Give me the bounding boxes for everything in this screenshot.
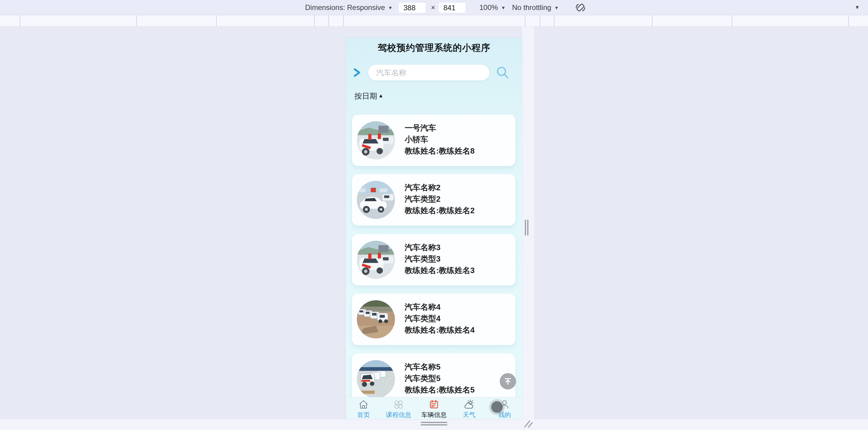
media-query-divider [554,15,554,27]
arrow-to-top-icon [503,377,513,386]
more-options-menu[interactable]: ▼ [855,0,860,15]
car-type: 汽车类型4 [405,313,474,324]
tab-vehicle-info[interactable]: 车辆信息 [416,397,452,419]
car-photo [357,241,395,279]
tab-course-info[interactable]: 课程信息 [381,397,416,419]
media-query-divider [539,15,540,27]
rotate-device-icon [575,1,587,13]
tab-label: 首页 [357,411,370,419]
car-name: 汽车名称2 [405,182,474,193]
sort-label: 按日期 [354,91,377,101]
car-photo [357,121,395,159]
media-query-divider [329,15,329,27]
dimensions-label: Dimensions: Responsive [305,3,385,12]
car-type: 小轿车 [405,134,474,145]
dimensions-multiply-sign: × [431,0,435,15]
tab-label: 天气 [463,411,475,419]
viewport-right-resize-handle[interactable] [525,220,528,236]
device-toolbar: Dimensions: Responsive ▼ × 100% ▼ No thr… [0,0,868,15]
search-icon [495,65,509,79]
tab-bar: 首页 课程信息 车辆信息 [346,397,522,419]
chevron-down-icon: ▼ [388,5,393,10]
sort-ascending-icon: ▲ [378,93,383,99]
media-query-bar[interactable] [0,15,868,27]
car-name: 汽车名称3 [405,242,474,253]
tab-label: 课程信息 [386,411,411,419]
media-query-divider [20,15,20,27]
search-button[interactable] [495,65,509,79]
car-photo [357,181,395,219]
car-info: 汽车名称2 汽车类型2 教练姓名:教练姓名2 [405,182,474,216]
sort-by-date-control[interactable]: 按日期 ▲ [354,91,383,101]
media-query-divider [216,15,217,27]
page-title: 驾校预约管理系统的小程序 [346,42,522,54]
car-name: 汽车名称4 [405,301,474,313]
car-info: 一号汽车 小轿车 教练姓名:教练姓名8 [405,122,474,157]
car-name: 汽车名称5 [405,361,474,372]
media-query-divider [848,15,849,27]
tab-mine[interactable]: 我的 [487,397,522,419]
car-name: 一号汽车 [405,122,474,134]
tab-label: 我的 [498,411,511,419]
viewport-height-input[interactable] [439,3,465,13]
car-photo [357,360,395,398]
car-coach: 教练姓名:教练姓名4 [405,324,474,336]
car-type: 汽车类型3 [405,253,474,265]
viewport-bottom-resize-handle[interactable] [421,422,447,426]
zoom-dropdown[interactable]: 100% ▼ [479,0,505,15]
car-coach: 教练姓名:教练姓名5 [405,384,474,396]
vehicle-doc-icon [429,399,439,410]
throttling-dropdown[interactable]: No throttling ▼ [512,0,559,15]
car-coach: 教练姓名:教练姓名3 [405,265,474,276]
rotate-device-button[interactable] [575,1,587,13]
viewport-width-input[interactable] [399,3,426,13]
tab-home[interactable]: 首页 [346,397,381,419]
media-query-divider [343,15,344,27]
chevron-down-icon: ▼ [855,4,860,10]
grid-circles-icon [393,399,404,410]
dimensions-dropdown[interactable]: Dimensions: Responsive ▼ [305,0,393,15]
car-coach: 教练姓名:教练姓名2 [405,205,474,216]
car-card[interactable]: 汽车名称3 汽车类型3 教练姓名:教练姓名3 [352,234,516,286]
sun-cloud-icon [464,399,474,410]
car-info: 汽车名称3 汽车类型3 教练姓名:教练姓名3 [405,242,474,276]
media-query-divider [314,15,315,27]
chevron-down-icon: ▼ [554,5,559,10]
user-icon [499,399,510,410]
media-query-divider [732,15,733,27]
device-viewport: 驾校预约管理系统的小程序 按日期 ▲ [346,37,522,419]
search-bar [346,64,522,81]
media-query-divider [525,15,525,27]
car-coach: 教练姓名:教练姓名8 [405,145,474,157]
car-card[interactable]: 汽车名称4 汽车类型4 教练姓名:教练姓名4 [352,294,516,345]
search-input[interactable] [368,65,489,80]
devtools-responsive-window: Dimensions: Responsive ▼ × 100% ▼ No thr… [0,0,868,430]
media-query-divider [652,15,652,27]
car-info: 汽车名称5 汽车类型5 教练姓名:教练姓名5 [405,361,474,396]
chevron-right-icon[interactable] [352,68,362,77]
home-icon [358,399,369,410]
responsive-canvas: 驾校预约管理系统的小程序 按日期 ▲ [0,27,868,430]
car-type: 汽车类型2 [405,193,474,205]
car-card[interactable]: 一号汽车 小轿车 教练姓名:教练姓名8 [352,114,516,166]
tab-weather[interactable]: 天气 [452,397,487,419]
tab-label: 车辆信息 [421,411,447,419]
back-to-top-button[interactable] [500,373,516,390]
car-card[interactable]: 汽车名称2 汽车类型2 教练姓名:教练姓名2 [352,174,516,226]
car-info: 汽车名称4 汽车类型4 教练姓名:教练姓名4 [405,301,474,336]
car-photo [357,300,395,338]
chevron-down-icon: ▼ [501,5,505,10]
throttling-value: No throttling [512,3,551,12]
media-query-divider [136,15,137,27]
car-type: 汽车类型5 [405,372,474,384]
viewport-corner-resize-handle[interactable] [522,419,534,428]
zoom-value: 100% [479,3,498,12]
